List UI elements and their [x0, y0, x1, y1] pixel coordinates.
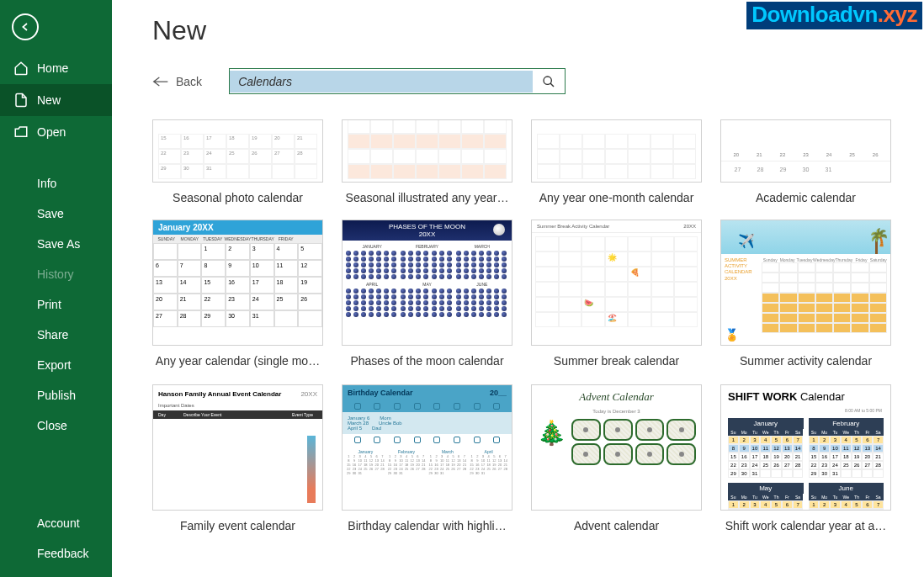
sidebar-item-save[interactable]: Save [0, 199, 112, 229]
sidebar-item-feedback[interactable]: Feedback [0, 538, 112, 569]
template-label: Seasonal illustrated any year… [342, 191, 512, 204]
template-label: Summer break calendar [531, 354, 702, 368]
sidebar-item-share[interactable]: Share [0, 320, 112, 350]
sidebar-item-open[interactable]: Open [0, 116, 112, 148]
template-label: Any year calendar (single mo… [152, 354, 323, 368]
sidebar: Home New Open Info Save Save As History … [0, 0, 112, 577]
back-arrow-icon [152, 76, 169, 87]
svg-point-0 [544, 77, 551, 84]
template-label: Seasonal photo calendar [152, 191, 323, 204]
template-label: Shift work calendar year at a… [720, 519, 891, 532]
search-button[interactable] [533, 69, 565, 93]
sidebar-item-print[interactable]: Print [0, 289, 112, 320]
template-label: Summer activity calendar [720, 354, 891, 368]
template-academic[interactable]: 20212223242526 2728293031 Academic calen… [720, 119, 891, 204]
back-link-label: Back [176, 75, 202, 88]
main-panel: New Back 1516171819202122232425262728293… [112, 0, 924, 577]
template-summer-activity[interactable]: ✈️ SUMMER ACTIVITY CALENDAR 20XX SundayM… [720, 220, 891, 368]
open-icon [13, 124, 29, 140]
sidebar-item-publish[interactable]: Publish [0, 380, 112, 410]
template-label: Birthday calendar with highli… [342, 519, 512, 532]
template-shift-work[interactable]: SHIFT WORK Calendar 8:00 AM to 5:00 PM J… [720, 384, 891, 532]
template-any-year-one-month[interactable]: Any year one-month calendar [531, 119, 702, 204]
sidebar-item-info[interactable]: Info [0, 168, 112, 199]
search-icon [542, 75, 555, 88]
new-icon [13, 93, 29, 108]
back-button[interactable] [12, 13, 39, 40]
back-link[interactable]: Back [152, 75, 202, 88]
template-label: Family event calendar [152, 519, 323, 532]
template-label: Phases of the moon calendar [342, 354, 512, 368]
sidebar-item-label: Home [37, 61, 68, 75]
search-box [229, 68, 566, 94]
sidebar-item-close[interactable]: Close [0, 410, 112, 441]
sidebar-item-label: New [37, 93, 61, 107]
template-family-event[interactable]: Hanson Family Annual Event Calendar20XX … [152, 384, 323, 532]
template-any-year-single[interactable]: January 20XX SUNDAYMONDAYTUESDAYWEDNESDA… [152, 220, 323, 368]
sidebar-item-history: History [0, 259, 112, 289]
sidebar-item-new[interactable]: New [0, 84, 112, 116]
template-moon-phases[interactable]: PHASES OF THE MOON20XX JANUARYFEBRUARYMA… [342, 220, 512, 368]
sidebar-item-export[interactable]: Export [0, 350, 112, 380]
template-label: Any year one-month calendar [531, 191, 702, 204]
watermark: Downloadvn.xyz [746, 2, 922, 29]
sidebar-item-saveas[interactable]: Save As [0, 229, 112, 259]
home-icon [13, 61, 29, 76]
sidebar-item-account[interactable]: Account [0, 508, 112, 538]
template-advent[interactable]: Advent Calendar Today is December 3 🎄 Ad… [531, 384, 702, 532]
thumb-header: January 20XX [153, 220, 322, 235]
template-summer-break[interactable]: Summer Break Activity Calendar20XX 🌟🍕🍉🏖️… [531, 220, 702, 368]
template-seasonal-illustrated[interactable]: Seasonal illustrated any year… [342, 119, 512, 204]
sidebar-item-label: Open [37, 125, 66, 139]
template-seasonal-photo[interactable]: 1516171819202122232425262728293031 Seaso… [152, 119, 323, 204]
back-arrow-icon [19, 20, 32, 34]
template-label: Academic calendar [720, 191, 891, 204]
template-label: Advent calendar [531, 519, 702, 532]
search-input[interactable] [230, 71, 533, 93]
sidebar-item-home[interactable]: Home [0, 52, 112, 84]
template-birthday[interactable]: Birthday Calendar20__ January 6Mom March… [342, 384, 512, 532]
